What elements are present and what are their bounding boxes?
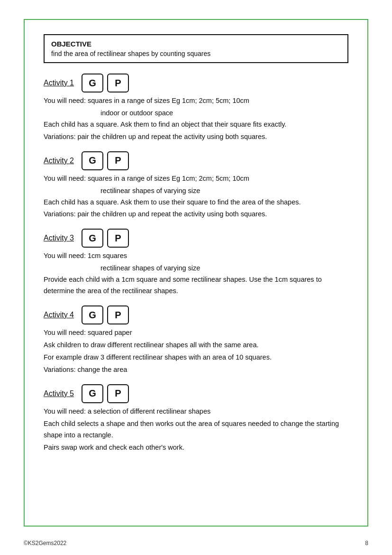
- activity-4-need-line1: You will need: squared paper: [44, 327, 348, 339]
- activity-5-section: Activity 5 G P You will need: a selectio…: [44, 384, 348, 453]
- activity-3-label: Activity 3: [44, 234, 74, 242]
- activity-4-section: Activity 4 G P You will need: squared pa…: [44, 305, 348, 376]
- activity-3-need-line1: You will need: 1cm squares: [44, 250, 348, 262]
- activity-5-body: You will need: a selection of different …: [44, 406, 348, 453]
- objective-box: OBJECTIVE find the area of rectilinear s…: [44, 34, 348, 63]
- activity-4-body-line2: For example draw 3 different rectilinear…: [44, 352, 348, 363]
- activity-1-g-button[interactable]: G: [82, 74, 103, 92]
- activity-5-body-line1: Each child selects a shape and then work…: [44, 418, 348, 441]
- activity-1-header: Activity 1 G P: [44, 74, 348, 92]
- activity-2-need-line2: rectilinear shapes of varying size: [100, 185, 348, 197]
- activity-1-section: Activity 1 G P You will need: squares in…: [44, 74, 348, 143]
- activity-2-body-line1: Each child has a square. Ask them to use…: [44, 197, 348, 208]
- activity-2-p-button[interactable]: P: [107, 151, 129, 170]
- activity-4-header: Activity 4 G P: [44, 305, 348, 324]
- activity-5-g-button[interactable]: G: [82, 384, 103, 403]
- activity-3-body: You will need: 1cm squares rectilinear s…: [44, 250, 348, 297]
- activity-1-need-line1: You will need: squares in a range of siz…: [44, 95, 348, 107]
- activity-5-gp-buttons: G P: [82, 384, 129, 403]
- activity-4-p-button[interactable]: P: [107, 305, 129, 324]
- activity-3-p-button[interactable]: P: [107, 229, 129, 248]
- activity-5-body-line2: Pairs swap work and check each other's w…: [44, 442, 348, 453]
- objective-title: OBJECTIVE: [51, 40, 341, 48]
- footer-page-number: 8: [365, 540, 368, 546]
- footer: ©KS2Gems2022 8: [24, 540, 368, 546]
- activity-2-header: Activity 2 G P: [44, 151, 348, 170]
- activity-4-label: Activity 4: [44, 311, 74, 319]
- activity-3-section: Activity 3 G P You will need: 1cm square…: [44, 229, 348, 297]
- activity-2-body: You will need: squares in a range of siz…: [44, 173, 348, 221]
- objective-text: find the area of rectilinear shapes by c…: [51, 50, 341, 57]
- activity-2-gp-buttons: G P: [82, 151, 129, 170]
- activity-3-body-line1: Provide each child with a 1cm square and…: [44, 274, 348, 297]
- activity-4-body-line1: Ask children to draw different rectiline…: [44, 340, 348, 351]
- activity-1-body-line1: Each child has a square. Ask them to fin…: [44, 119, 348, 130]
- activity-2-section: Activity 2 G P You will need: squares in…: [44, 151, 348, 221]
- activity-1-need-line2: indoor or outdoor space: [100, 108, 348, 119]
- content-border: OBJECTIVE find the area of rectilinear s…: [24, 19, 368, 527]
- activity-1-body: You will need: squares in a range of siz…: [44, 95, 348, 143]
- activity-1-gp-buttons: G P: [82, 74, 129, 92]
- activity-1-label: Activity 1: [44, 79, 74, 87]
- activity-5-p-button[interactable]: P: [107, 384, 129, 403]
- footer-copyright: ©KS2Gems2022: [24, 540, 66, 546]
- activity-3-gp-buttons: G P: [82, 229, 129, 248]
- activity-2-g-button[interactable]: G: [82, 151, 103, 170]
- activity-1-body-line2: Variations: pair the children up and rep…: [44, 131, 348, 143]
- activity-5-label: Activity 5: [44, 389, 74, 398]
- activity-2-need-line1: You will need: squares in a range of siz…: [44, 173, 348, 185]
- activity-4-gp-buttons: G P: [82, 305, 129, 324]
- activity-4-body: You will need: squared paper Ask childre…: [44, 327, 348, 376]
- activity-4-body-line3: Variations: change the area: [44, 364, 348, 376]
- activity-2-body-line2: Variations: pair the children up and rep…: [44, 209, 348, 220]
- activity-4-g-button[interactable]: G: [82, 305, 103, 324]
- page: OBJECTIVE find the area of rectilinear s…: [0, 0, 392, 555]
- activity-5-header: Activity 5 G P: [44, 384, 348, 403]
- activity-3-g-button[interactable]: G: [82, 229, 103, 248]
- activity-3-need-line2: rectilinear shapes of varying size: [100, 263, 348, 274]
- activity-5-need-line1: You will need: a selection of different …: [44, 406, 348, 417]
- activity-2-label: Activity 2: [44, 157, 74, 165]
- activity-3-header: Activity 3 G P: [44, 229, 348, 248]
- activity-1-p-button[interactable]: P: [107, 74, 129, 92]
